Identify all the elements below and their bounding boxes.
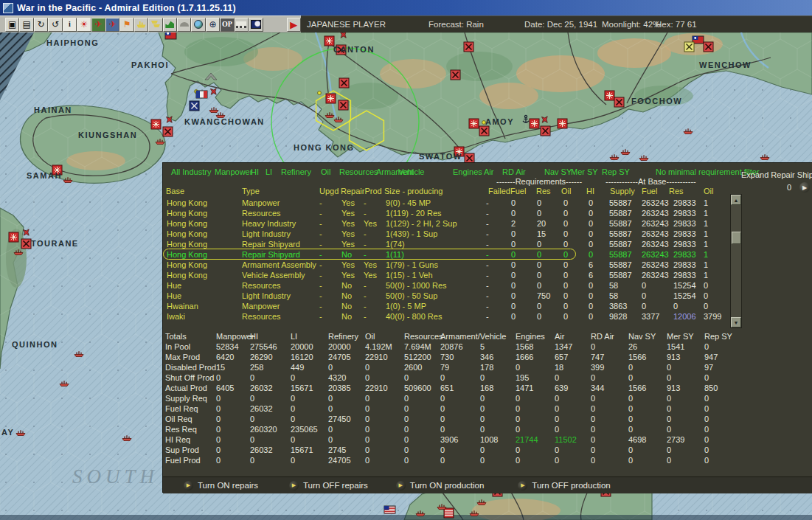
panel-button-bar: ▶Turn ON repairs▶Turn OFF repairs▶Turn O…: [163, 476, 812, 493]
map-unit-xsq-yellow[interactable]: [684, 42, 694, 52]
flag-icon[interactable]: ⚑: [119, 18, 133, 32]
industry-row[interactable]: HueResources-No-50(0) - 1000 Res-0000580…: [163, 281, 746, 291]
industry-row[interactable]: Hong KongLight Industry-Yes-1(439) - 1 S…: [163, 229, 746, 240]
industry-row[interactable]: Hong KongVehicle Assembly-YesYes1(15) - …: [163, 271, 746, 281]
filter-resources[interactable]: Resources: [339, 167, 378, 176]
map-unit-sun[interactable]: [558, 119, 567, 128]
zoom-globe-icon[interactable]: ⊕: [206, 18, 220, 32]
totals-value-10: 0: [591, 404, 595, 413]
industry-row[interactable]: HueLight Industry-No-50(0) - 50 Sup-0750…: [163, 291, 746, 302]
map-unit-flag-roc[interactable]: [165, 32, 176, 39]
map-unit-xsq[interactable]: [541, 126, 550, 136]
filter-all-industry[interactable]: All Industry: [171, 167, 211, 176]
troops-icon[interactable]: [177, 18, 191, 32]
map-unit-xsq[interactable]: [339, 100, 348, 110]
totals-label: Totals: [165, 332, 187, 341]
filter-rep-sy[interactable]: Rep SY: [602, 167, 630, 176]
industry-row[interactable]: Hong KongRepair Shipyard-No-1(11)-000055…: [163, 250, 746, 260]
ruler-icon[interactable]: [235, 18, 249, 32]
filter-manpower[interactable]: Manpower: [215, 167, 252, 176]
button-turn-on-repairs[interactable]: ▶Turn ON repairs: [184, 481, 258, 490]
industry-row[interactable]: HwainanManpower-No-1(0) - 5 MP-000038630…: [163, 302, 746, 312]
map-unit-xsq[interactable]: [163, 127, 173, 136]
button-turn-on-production[interactable]: ▶Turn ON production: [396, 481, 485, 490]
industry-row[interactable]: Hong KongManpower-Yes-9(0) - 45 MP-00005…: [163, 198, 746, 209]
cell-11: 58: [609, 281, 618, 290]
turn-replay-icon[interactable]: ↺: [48, 18, 62, 32]
map-unit-flag-us[interactable]: [384, 506, 395, 513]
industry-row[interactable]: Hong KongResources-Yes-1(119) - 20 Res-0…: [163, 209, 746, 219]
filter-oil[interactable]: Oil: [321, 167, 330, 176]
filter-rd-air[interactable]: RD Air: [502, 167, 526, 176]
cell-3: Yes: [341, 240, 355, 249]
allied-air-icon[interactable]: ✈: [105, 18, 119, 32]
cell-4: -: [364, 240, 367, 249]
task-force-icon[interactable]: [148, 18, 162, 32]
button-label: Turn OFF production: [532, 481, 610, 490]
map-unit-sun[interactable]: [530, 119, 539, 128]
map-unit-xsq[interactable]: [479, 126, 489, 136]
cell-1: Armament Assembly: [242, 260, 316, 269]
save-icon[interactable]: ▣: [5, 18, 19, 32]
japanese-air-icon[interactable]: ✈: [91, 18, 105, 32]
cell-8: 0: [537, 240, 541, 249]
scrollbar[interactable]: ▲ ▼: [730, 194, 742, 328]
ground-unit-icon[interactable]: [163, 18, 177, 32]
map-unit-sun[interactable]: [605, 91, 614, 100]
map-unit-sun[interactable]: [469, 119, 479, 128]
map-unit-sun[interactable]: [9, 232, 18, 242]
scrollbar-up-button[interactable]: ▲: [731, 195, 741, 205]
info-icon[interactable]: i: [63, 18, 77, 32]
end-turn-button[interactable]: ▶: [287, 18, 301, 32]
industry-row[interactable]: Hong KongArmament Assembly-YesYes1(79) -…: [163, 260, 746, 271]
map-unit-sun[interactable]: [151, 119, 161, 129]
filter-vehicle[interactable]: Vehicle: [398, 167, 424, 176]
expand-repair-shipyard-button[interactable]: ▶: [799, 182, 810, 193]
report-icon[interactable]: ▤: [19, 18, 33, 32]
cell-13: 29833: [673, 198, 696, 207]
button-turn-off-production[interactable]: ▶Turn OFF production: [518, 481, 610, 490]
combat-report-icon[interactable]: ☀: [77, 18, 91, 32]
turn-forward-icon[interactable]: ↻: [34, 18, 48, 32]
map-unit-xsq[interactable]: [21, 239, 31, 249]
cell-8: 20: [537, 219, 546, 228]
cell-6: -: [486, 198, 489, 207]
operations-icon[interactable]: OP: [220, 18, 234, 32]
button-turn-off-repairs[interactable]: ▶Turn OFF repairs: [289, 481, 368, 490]
map-unit-sun[interactable]: [326, 94, 336, 103]
filter-nav-sy[interactable]: Nav SY: [544, 167, 572, 176]
totals-col-0: Manpower: [216, 332, 254, 341]
map-unit-xsq[interactable]: [339, 78, 349, 88]
ship-icon[interactable]: [134, 18, 148, 32]
cell-13: 15254: [673, 281, 696, 290]
map-unit-xsq-navy[interactable]: [190, 101, 199, 111]
hex-label: Hex: 77 61: [656, 20, 697, 29]
industry-row[interactable]: IwakiResources-No-40(0) - 800 Res-000098…: [163, 312, 746, 322]
totals-value-11: 26: [628, 342, 637, 351]
cell-12: 263243: [642, 209, 669, 218]
ship-icon-glyph: [137, 21, 146, 28]
totals-row: HI Req0000003906100821744115020469827390: [163, 435, 746, 445]
map-unit-xsq[interactable]: [704, 42, 713, 52]
report-icon-glyph: ▤: [22, 20, 30, 29]
map-unit-dot[interactable]: [318, 91, 322, 95]
filter-hi[interactable]: HI: [251, 167, 259, 176]
map-unit-xsq[interactable]: [464, 42, 473, 52]
globe-icon[interactable]: [191, 18, 205, 32]
filter-mer-sy[interactable]: Mer SY: [571, 167, 598, 176]
scrollbar-thumb[interactable]: [732, 232, 741, 244]
filter-li[interactable]: LI: [266, 167, 272, 176]
scrollbar-down-button[interactable]: ▼: [731, 317, 741, 327]
filter-air[interactable]: Air: [484, 167, 493, 176]
filter-refinery[interactable]: Refinery: [281, 167, 311, 176]
map-label-wenchow: WENCHOW: [699, 60, 752, 69]
totals-value-6: 0: [440, 425, 445, 434]
filter-engines[interactable]: Engines: [453, 167, 482, 176]
map-unit-flag-fr[interactable]: [196, 91, 207, 98]
map-unit-xsq[interactable]: [451, 70, 460, 80]
weather-icon[interactable]: [249, 18, 263, 32]
map-unit-xsq[interactable]: [614, 97, 624, 107]
troops-icon-glyph: [180, 22, 189, 27]
map-unit-stripes[interactable]: [444, 508, 454, 518]
industry-row[interactable]: Hong KongHeavy Industry-YesYes1(129) - 2…: [163, 219, 746, 229]
